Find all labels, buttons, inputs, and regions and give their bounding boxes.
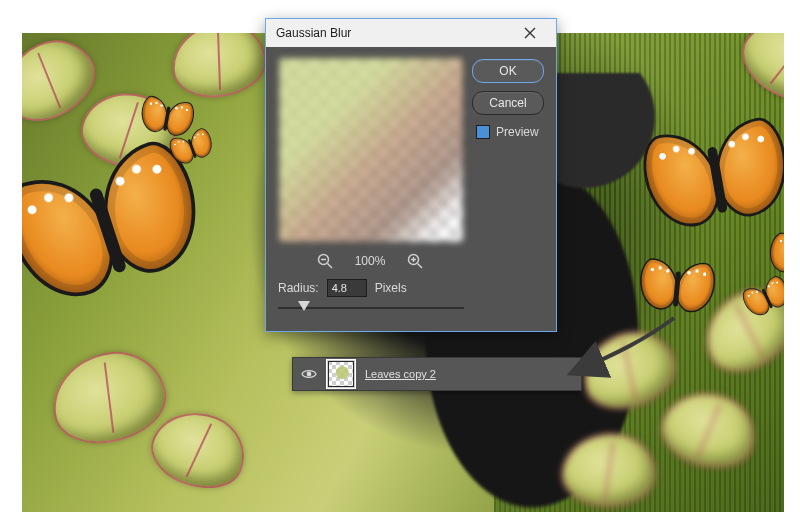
dialog-titlebar[interactable]: Gaussian Blur bbox=[266, 19, 556, 47]
ok-button[interactable]: OK bbox=[472, 59, 544, 83]
zoom-out-button[interactable] bbox=[315, 251, 335, 271]
zoom-in-button[interactable] bbox=[405, 251, 425, 271]
dialog-title: Gaussian Blur bbox=[276, 26, 351, 40]
filter-preview[interactable] bbox=[278, 57, 464, 243]
zoom-level: 100% bbox=[355, 254, 386, 268]
svg-line-1 bbox=[327, 264, 332, 269]
radius-unit: Pixels bbox=[375, 281, 407, 295]
layer-visibility-toggle[interactable] bbox=[301, 366, 317, 382]
close-button[interactable] bbox=[510, 21, 550, 45]
layer-name[interactable]: Leaves copy 2 bbox=[365, 368, 436, 380]
preview-checkbox-label: Preview bbox=[496, 125, 539, 139]
zoom-out-icon bbox=[317, 253, 333, 269]
screenshot-stage: Gaussian Blur 100% bbox=[0, 0, 800, 522]
dialog-body: 100% Radius: Pixels bbox=[266, 47, 556, 331]
svg-point-7 bbox=[307, 372, 312, 377]
zoom-in-icon bbox=[407, 253, 423, 269]
layer-row[interactable]: Leaves copy 2 bbox=[292, 357, 582, 391]
radius-input[interactable] bbox=[327, 279, 367, 297]
butterfly bbox=[637, 257, 717, 318]
preview-checkbox[interactable] bbox=[476, 125, 490, 139]
slider-thumb[interactable] bbox=[298, 301, 310, 311]
cancel-button[interactable]: Cancel bbox=[472, 91, 544, 115]
layer-thumbnail[interactable] bbox=[327, 360, 355, 388]
leaf bbox=[169, 33, 269, 101]
radius-label: Radius: bbox=[278, 281, 319, 295]
svg-line-4 bbox=[418, 264, 423, 269]
gaussian-blur-dialog: Gaussian Blur 100% bbox=[265, 18, 557, 332]
eye-icon bbox=[301, 366, 317, 382]
close-icon bbox=[524, 27, 536, 39]
radius-slider[interactable] bbox=[278, 299, 464, 317]
